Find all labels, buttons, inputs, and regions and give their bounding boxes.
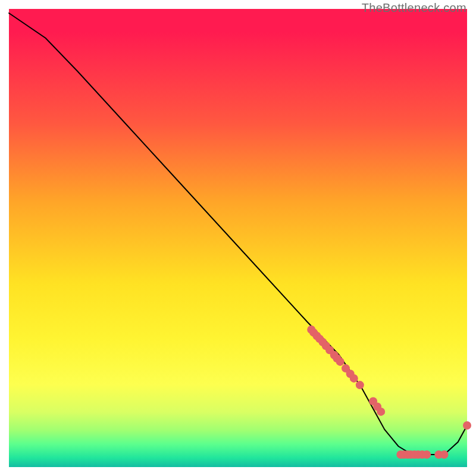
scatter-point (463, 421, 471, 430)
line-series (9, 13, 467, 455)
chart-svg (9, 9, 467, 467)
chart-container: TheBottleneck.com (0, 0, 476, 476)
scatter-point (377, 408, 385, 416)
scatter-point (422, 450, 431, 459)
scatter-group (307, 325, 471, 459)
curve-path (9, 13, 467, 455)
scatter-point (350, 374, 358, 383)
scatter-point (356, 381, 364, 389)
scatter-point (336, 358, 345, 366)
scatter-point (440, 450, 449, 459)
